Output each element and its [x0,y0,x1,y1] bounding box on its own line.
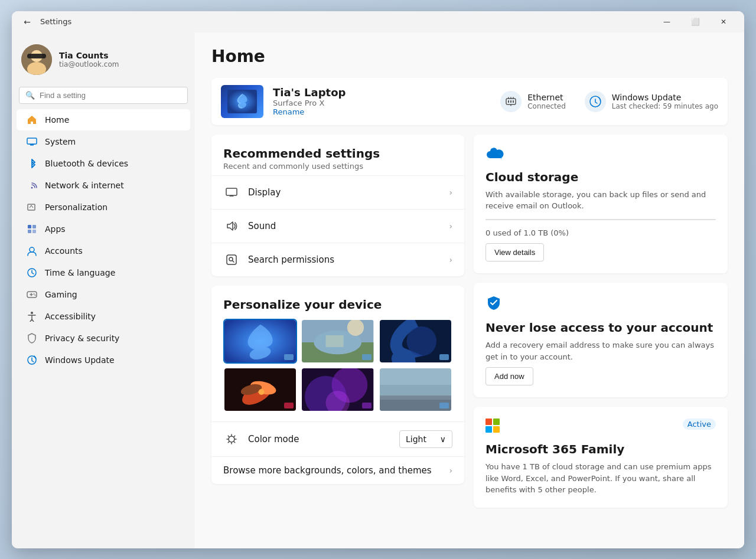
wallpaper-selected-indicator [284,354,294,360]
sidebar-item-time[interactable]: Time & language [17,262,190,283]
display-chevron: › [449,188,452,197]
user-info: Tia Counts tia@outlook.com [59,51,119,68]
sidebar-item-winupdate[interactable]: Windows Update [17,349,190,371]
avatar[interactable] [21,44,52,75]
wallpaper-indicator-4 [284,403,294,408]
wallpaper-indicator-3 [439,354,449,360]
browse-label: Browse more backgrounds, colors, and the… [223,465,449,476]
svg-point-17 [34,293,35,295]
home-icon [26,114,38,126]
sidebar-item-privacy[interactable]: Privacy & security [17,328,190,349]
search-permissions-label: Search permissions [248,254,449,265]
personalize-card: Personalize your device [211,286,464,484]
right-column: Cloud storage With available storage, yo… [474,135,728,508]
display-setting-row[interactable]: Display › [211,175,464,209]
recommended-settings-card: Recommended settings Recent and commonly… [211,135,464,276]
recommended-subtitle: Recent and commonly used settings [223,162,452,171]
wallpaper-indicator-6 [439,403,449,408]
sidebar-item-personalization[interactable]: Personalization [17,197,190,218]
svg-rect-4 [27,54,46,58]
view-details-button[interactable]: View details [485,243,544,261]
sidebar-item-system[interactable]: System [17,131,190,152]
ms365-header: Active [485,419,716,439]
ethernet-sub: Connected [527,102,566,110]
color-mode-row: Color mode Light ∨ [211,421,464,456]
user-name: Tia Counts [59,51,119,60]
accessibility-icon [26,310,38,322]
sidebar-item-accessibility[interactable]: Accessibility [17,306,190,327]
apps-icon [26,223,38,235]
sidebar-item-network[interactable]: Network & internet [17,175,190,196]
svg-point-37 [406,326,436,356]
svg-rect-27 [226,188,237,195]
wallpaper-item-5[interactable] [301,367,374,412]
svg-rect-24 [510,100,511,103]
sidebar: Tia Counts tia@outlook.com 🔍 Home [12,32,195,548]
search-input[interactable] [40,91,181,100]
microsoft365-card: Active Microsoft 365 Family You have 1 T… [474,407,728,508]
sidebar-item-bluetooth[interactable]: Bluetooth & devices [17,153,190,174]
sidebar-item-accounts[interactable]: Accounts [17,240,190,261]
sidebar-item-apps-label: Apps [45,224,66,234]
page-title: Home [211,47,728,66]
wallpaper-item-3[interactable] [379,319,452,364]
search-box[interactable]: 🔍 [19,87,188,104]
device-name: Tia's Laptop [273,86,491,99]
sidebar-item-accessibility-label: Accessibility [45,312,96,321]
ms-logo-red [485,419,492,425]
color-mode-label: Color mode [248,434,399,444]
main-content: Home [195,32,744,548]
minimize-button[interactable]: — [653,11,680,32]
ms365-active-badge: Active [683,419,716,430]
svg-point-42 [259,388,265,394]
browse-row[interactable]: Browse more backgrounds, colors, and the… [211,456,464,484]
sidebar-item-gaming-label: Gaming [45,290,77,299]
sidebar-item-home[interactable]: Home [17,109,190,130]
device-model: Surface Pro X [273,99,491,107]
network-icon [26,179,38,191]
wallpaper-item-4[interactable] [223,367,297,412]
ethernet-text: Ethernet Connected [527,93,566,110]
sound-setting-row[interactable]: Sound › [211,209,464,243]
color-mode-select[interactable]: Light ∨ [399,430,452,448]
time-icon [26,267,38,279]
sound-icon [223,218,240,234]
storage-bar [485,219,716,220]
rename-link[interactable]: Rename [273,107,491,116]
svg-rect-35 [326,335,344,346]
sound-label: Sound [248,221,449,231]
svg-rect-23 [508,100,509,103]
gaming-icon [26,289,38,300]
sidebar-item-network-label: Network & internet [45,181,124,190]
color-mode-value: Light [406,434,426,444]
wallpaper-item-2[interactable] [301,319,374,364]
search-permissions-row[interactable]: Search permissions › [211,243,464,276]
storage-usage: 0 used of 1.0 TB (0%) [485,227,716,239]
user-email: tia@outlook.com [59,60,119,68]
left-column: Recommended settings Recent and commonly… [211,135,464,508]
sidebar-item-gaming[interactable]: Gaming [17,284,190,305]
account-security-card: Never lose access to your account Add a … [474,283,728,397]
ethernet-label: Ethernet [527,93,566,102]
add-now-button[interactable]: Add now [485,367,533,385]
close-button[interactable]: ✕ [710,11,737,32]
cloud-storage-text: With available storage, you can back up … [485,189,716,212]
wallpaper-item-6[interactable] [379,367,452,412]
device-bar: Tia's Laptop Surface Pro X Rename [211,78,728,125]
windows-update-status: Windows Update Last checked: 59 minutes … [585,91,718,112]
color-mode-icon [223,431,240,447]
wallpaper-indicator-2 [362,354,372,360]
sidebar-item-apps[interactable]: Apps [17,218,190,240]
display-icon [223,184,240,201]
maximize-button[interactable]: ⬜ [682,11,709,32]
svg-point-51 [229,436,234,442]
svg-rect-11 [32,225,36,228]
windows-update-icon [585,91,606,112]
back-button[interactable]: ← [19,14,35,30]
svg-rect-13 [32,230,36,233]
svg-rect-12 [28,230,31,233]
svg-point-14 [30,247,34,252]
personalization-icon [26,201,38,213]
svg-rect-6 [30,145,34,146]
wallpaper-item-1[interactable] [223,319,297,364]
